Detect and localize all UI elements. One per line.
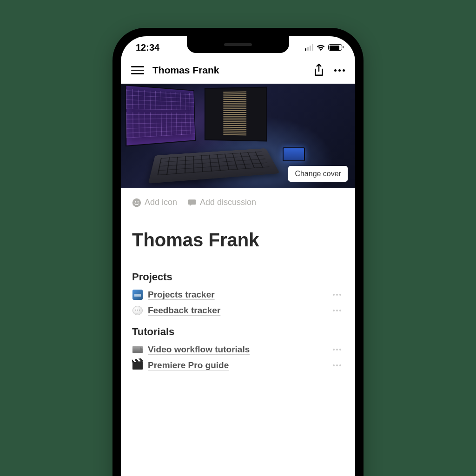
item-options-button[interactable] [330, 364, 344, 366]
add-icon-button[interactable]: Add icon [132, 198, 177, 207]
battery-icon [328, 44, 342, 51]
share-button[interactable] [313, 63, 325, 77]
item-options-button[interactable] [330, 294, 344, 296]
chat-bubble-icon [132, 305, 143, 316]
svg-point-0 [132, 198, 141, 206]
list-item[interactable]: Feedback tracker [132, 303, 344, 318]
phone-notch [187, 36, 289, 53]
menu-button[interactable] [131, 66, 144, 74]
list-item-label[interactable]: Premiere Pro guide [148, 360, 330, 370]
svg-point-2 [138, 201, 139, 203]
add-icon-label: Add icon [145, 198, 177, 207]
svg-point-1 [135, 201, 136, 203]
section-tutorials: Tutorials Video workflow tutorials Premi… [121, 326, 355, 373]
more-options-button[interactable] [334, 69, 345, 72]
status-indicators [305, 44, 342, 51]
phone-screen: 12:34 Thomas Frank [121, 36, 355, 476]
status-time: 12:34 [136, 42, 159, 53]
section-projects: Projects Projects tracker Feedback track… [121, 271, 355, 318]
chat-icon [187, 198, 197, 207]
list-item[interactable]: Premiere Pro guide [132, 357, 344, 373]
list-item[interactable]: Projects tracker [132, 287, 344, 303]
item-options-button[interactable] [330, 349, 344, 350]
wifi-icon [316, 44, 325, 51]
section-heading: Projects [132, 271, 344, 283]
cellular-signal-icon [305, 44, 313, 51]
item-options-button[interactable] [330, 310, 344, 311]
change-cover-button[interactable]: Change cover [288, 166, 348, 182]
clapperboard-icon [132, 360, 143, 371]
list-item-label[interactable]: Feedback tracker [148, 305, 330, 316]
video-camera-icon [132, 344, 143, 355]
add-discussion-button[interactable]: Add discussion [187, 198, 256, 207]
list-item[interactable]: Video workflow tutorials [132, 342, 344, 357]
smiley-icon [132, 198, 141, 207]
list-item-label[interactable]: Projects tracker [148, 290, 330, 300]
tracker-icon [132, 289, 143, 300]
add-discussion-label: Add discussion [200, 198, 256, 207]
page-title: Thomas Frank [121, 212, 355, 264]
header-title: Thomas Frank [152, 65, 313, 76]
phone-frame: 12:34 Thomas Frank [112, 28, 364, 476]
app-header: Thomas Frank [121, 59, 355, 84]
page-actions: Add icon Add discussion [121, 188, 355, 212]
cover-image[interactable]: Change cover [121, 84, 355, 188]
list-item-label[interactable]: Video workflow tutorials [148, 344, 330, 355]
section-heading: Tutorials [132, 326, 344, 338]
